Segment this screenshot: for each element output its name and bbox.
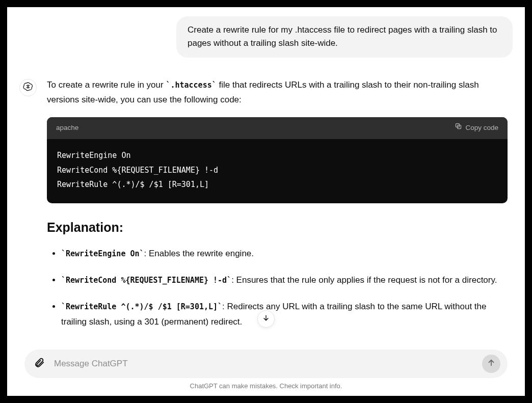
user-message-row: Create a rewrite rule for my .htaccess f… [19,16,513,58]
copy-icon [455,122,462,134]
send-button[interactable] [482,355,500,373]
assistant-message-row: To create a rewrite rule in your `.htacc… [19,78,513,341]
composer-area: ChatGPT can make mistakes. Check importa… [7,350,525,396]
attach-button[interactable] [32,356,47,371]
chat-window: Create a rewrite rule for my .htaccess f… [7,7,525,396]
assistant-message-body: To create a rewrite rule in your `.htacc… [47,78,513,341]
disclaimer-text: ChatGPT can make mistakes. Check importa… [24,378,508,392]
copy-code-button[interactable]: Copy code [455,122,498,134]
message-input[interactable] [54,359,475,369]
code-block-header: apache Copy code [47,117,508,139]
assistant-intro-text: To create a rewrite rule in your `.htacc… [47,78,508,108]
code-body[interactable]: RewriteEngine On RewriteCond %{REQUEST_F… [47,139,508,203]
list-item: `RewriteCond %{REQUEST_FILENAME} !-d`: E… [61,273,508,288]
conversation-scroll: Create a rewrite rule for my .htaccess f… [7,7,525,350]
inline-code: `RewriteRule ^(.*)/$ /$1 [R=301,L]` [61,302,222,311]
list-item: `RewriteEngine On`: Enables the rewrite … [61,246,508,261]
inline-code: `RewriteCond %{REQUEST_FILENAME} !-d` [61,276,231,285]
message-composer [24,350,508,378]
user-message-bubble: Create a rewrite rule for my .htaccess f… [176,16,513,58]
assistant-avatar [19,79,37,96]
explanation-heading: Explanation: [47,217,508,238]
code-lang-label: apache [56,122,78,134]
scroll-to-bottom-button[interactable] [257,310,275,328]
paperclip-icon [34,357,45,370]
code-block: apache Copy code RewriteEngine On Rew [47,117,508,203]
inline-code: `RewriteEngine On` [61,249,144,258]
openai-logo-icon [23,82,33,94]
explanation-list: `RewriteEngine On`: Enables the rewrite … [47,246,508,329]
list-item: `RewriteRule ^(.*)/$ /$1 [R=301,L]`: Red… [61,299,508,330]
arrow-up-icon [487,358,496,369]
copy-code-label: Copy code [465,122,498,134]
inline-code: `.htaccess` [166,80,216,90]
arrow-down-icon [262,314,270,324]
